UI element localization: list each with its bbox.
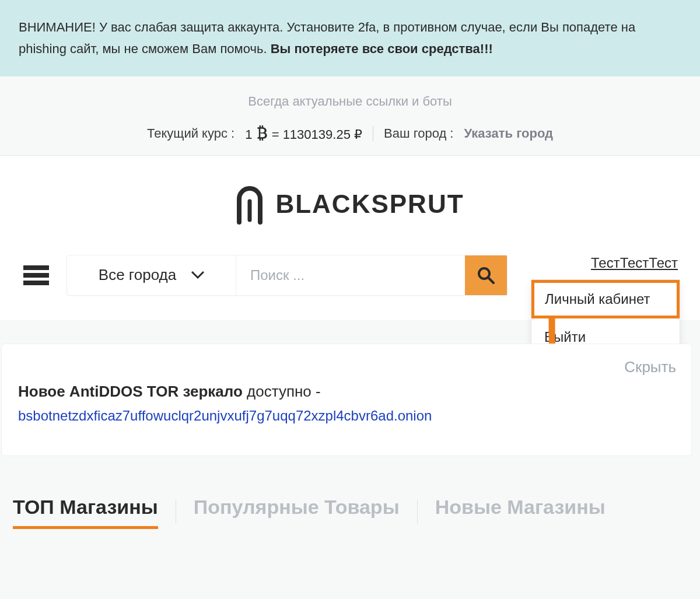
security-alert: ВНИМАНИЕ! У вас слабая защита аккаунта. …: [0, 0, 700, 76]
mirror-notice-card: Скрыть Новое AntiDDOS TOR зеркало доступ…: [1, 344, 692, 456]
user-area: ТестТестТест Личный кабинет Выйти: [531, 255, 680, 356]
separator: [176, 500, 176, 523]
notice-after: доступно -: [243, 383, 321, 400]
bitcoin-icon: [256, 125, 268, 141]
chevron-down-icon: [191, 271, 204, 279]
tagline: Всегда актуальные ссылки и боты: [0, 94, 700, 109]
notice-line: Новое AntiDDOS TOR зеркало доступно -: [18, 383, 675, 401]
menu-button[interactable]: [23, 265, 49, 285]
top-info-bar: Всегда актуальные ссылки и боты Текущий …: [0, 76, 700, 156]
tab-new-shops[interactable]: Новые Магазины: [435, 496, 606, 528]
logo-text: BLACKSPRUT: [275, 190, 464, 219]
tab-top-shops[interactable]: ТОП Магазины: [13, 496, 158, 528]
city-set-link[interactable]: Указать город: [464, 126, 553, 141]
search-button[interactable]: [465, 255, 507, 295]
city-label: Ваш город :: [384, 126, 454, 141]
rate-label: Текущий курс :: [147, 126, 235, 141]
btc-rate: 1 = 1130139.25 ₽: [245, 125, 362, 142]
site-logo[interactable]: BLACKSPRUT: [236, 184, 464, 225]
separator: [417, 500, 418, 523]
city-select-label: Все города: [99, 266, 176, 284]
user-name-link[interactable]: ТестТестТест: [531, 255, 680, 271]
header: BLACKSPRUT Все города: [0, 156, 700, 320]
notice-strong: Новое AntiDDOS TOR зеркало: [18, 383, 243, 400]
svg-line-2: [488, 278, 494, 283]
onion-link[interactable]: bsbotnetzdxficaz7uffowuclqr2unjvxufj7g7u…: [18, 408, 675, 424]
tab-popular-products[interactable]: Популярные Товары: [194, 496, 400, 528]
separator: [373, 126, 373, 141]
rate-prefix: 1: [245, 127, 252, 142]
rate-city-line: Текущий курс : 1 = 1130139.25 ₽ Ваш горо…: [0, 125, 700, 142]
menu-item-profile[interactable]: Личный кабинет: [531, 280, 680, 318]
search-box: Все города: [66, 255, 508, 296]
search-input[interactable]: [236, 255, 465, 295]
alert-bold: Вы потеряете все свои средства!!!: [271, 41, 493, 56]
logo-icon: [236, 184, 264, 225]
rate-value: = 1130139.25 ₽: [272, 127, 362, 142]
city-select[interactable]: Все города: [67, 255, 236, 295]
category-tabs: ТОП Магазины Популярные Товары Новые Маг…: [0, 456, 700, 528]
search-icon: [477, 266, 495, 285]
hide-button[interactable]: Скрыть: [624, 358, 676, 376]
